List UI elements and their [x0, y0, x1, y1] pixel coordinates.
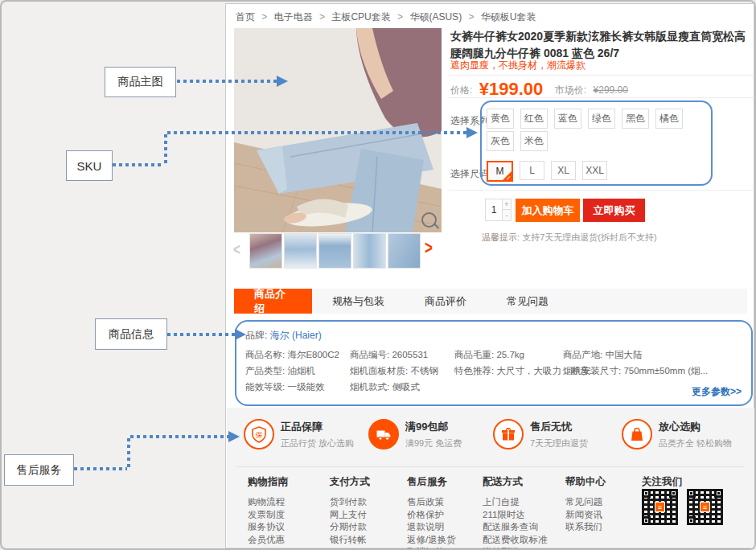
- footer-link[interactable]: 联系我们: [565, 521, 606, 534]
- footer-link[interactable]: 上门自提: [483, 496, 548, 509]
- thumbnail-image[interactable]: [353, 233, 386, 269]
- annotation-arrow-line: [127, 438, 130, 470]
- breadcrumb-item[interactable]: 首页: [236, 11, 255, 23]
- footer-link[interactable]: 配送费收取标准: [483, 534, 548, 547]
- series-option[interactable]: 黑色: [622, 109, 649, 129]
- annotation-label-after-sales: 售后服务: [4, 454, 74, 486]
- check-icon: ✓: [506, 174, 512, 182]
- footer-link[interactable]: 退款说明: [407, 521, 456, 534]
- truck-icon: [368, 419, 399, 449]
- breadcrumb-item[interactable]: 电子电器: [274, 11, 313, 23]
- tab-faq[interactable]: 常见问题: [487, 289, 569, 314]
- footer-link[interactable]: 取消订单: [407, 546, 456, 550]
- series-label: 选择系列:: [450, 114, 491, 128]
- next-arrow-icon[interactable]: >: [425, 237, 433, 260]
- annotation-arrow-line: [167, 131, 466, 134]
- svg-text:保: 保: [255, 431, 263, 439]
- series-option[interactable]: 蓝色: [554, 109, 581, 129]
- footer-column-title: 购物指南: [248, 475, 288, 489]
- footer-link[interactable]: 211限时达: [483, 509, 548, 522]
- annotation-label-sku: SKU: [66, 150, 113, 181]
- promo-text: 遮肉显瘦，不挑身材，潮流爆款: [450, 59, 585, 72]
- buy-now-button[interactable]: 立即购买: [583, 199, 645, 222]
- product-info-box: 品牌: 海尔 (Haier) 商品名称: 海尔E800C2 产品类型: 油烟机 …: [235, 320, 753, 406]
- brand-link[interactable]: 海尔 (Haier): [270, 330, 322, 341]
- gift-box-icon: [493, 419, 524, 449]
- series-option[interactable]: 黄色: [487, 109, 514, 129]
- divider: [449, 75, 754, 76]
- footer-column-title: 关注我们: [642, 475, 682, 489]
- info-column: 商品产地: 中国大陆 烟机安装尺寸: 750mm±50mm (烟...: [563, 347, 708, 379]
- brand-row: 品牌: 海尔 (Haier): [245, 329, 322, 343]
- annotation-arrow-line: [113, 163, 164, 166]
- quantity-decrease-button[interactable]: -: [502, 210, 512, 221]
- footer-link[interactable]: 货到付款: [330, 496, 370, 509]
- size-option-selected[interactable]: M ✓: [487, 161, 513, 182]
- annotation-arrowhead-icon: [228, 431, 240, 442]
- service-desc: 满99元 免运费: [405, 437, 462, 449]
- footer-link[interactable]: 海外配送: [483, 546, 548, 550]
- tips-text: 支持7天无理由退货(拆封后不支持): [522, 232, 656, 242]
- price-value: ¥199.00: [479, 79, 544, 99]
- footer-link[interactable]: 分期付款: [330, 521, 370, 534]
- prev-arrow-icon[interactable]: <: [233, 240, 240, 259]
- quantity-increase-button[interactable]: +: [502, 199, 512, 210]
- info-field: 烟机安装尺寸: 750mm±50mm (烟...: [563, 363, 708, 379]
- info-field: 商品名称: 海尔E800C2: [245, 347, 339, 363]
- footer-link[interactable]: 常见问题: [565, 496, 606, 509]
- breadcrumb-separator: >: [468, 11, 474, 23]
- breadcrumb-separator: >: [261, 11, 267, 23]
- thumbnail-image[interactable]: [284, 233, 317, 269]
- series-option[interactable]: 红色: [520, 109, 548, 129]
- more-params-link[interactable]: 更多参数>>: [692, 385, 742, 399]
- footer-link[interactable]: 发票制度: [248, 509, 288, 522]
- size-option[interactable]: XXL: [582, 161, 607, 180]
- annotation-arrow-line: [164, 134, 167, 166]
- brand-label: 品牌:: [245, 330, 267, 341]
- series-option[interactable]: 米色: [520, 131, 548, 151]
- footer-link[interactable]: 价格保护: [407, 509, 456, 522]
- service-desc: 7天无理由退货: [530, 437, 588, 449]
- footer-link[interactable]: 售后政策: [407, 496, 456, 509]
- size-option[interactable]: L: [520, 161, 544, 180]
- footer-column-shopping-guide: 购物指南 购物流程 发票制度 服务协议 会员优惠: [248, 475, 288, 546]
- screenshot-frame: 首页 > 电子电器 > 主板CPU套装 > 华硕(ASUS) > 华硕板U套装: [0, 0, 756, 550]
- footer-link[interactable]: 配送服务查询: [483, 521, 548, 534]
- warm-tips: 温馨提示: 支持7天无理由退货(拆封后不支持): [482, 232, 657, 244]
- magnifier-icon[interactable]: [421, 212, 437, 228]
- breadcrumb-separator: >: [319, 11, 325, 23]
- info-column: 商品编号: 2605531 烟机面板材质: 不锈钢 烟机款式: 侧吸式: [350, 347, 438, 395]
- breadcrumb-item[interactable]: 华硕板U套装: [481, 11, 536, 23]
- detail-tab-bar: 商品介绍 规格与包装 商品评价 常见问题: [234, 289, 747, 314]
- thumbnail-image[interactable]: [318, 233, 351, 269]
- tab-product-intro[interactable]: 商品介绍: [234, 289, 312, 314]
- breadcrumb-item[interactable]: 华硕(ASUS): [409, 11, 462, 23]
- thumbnail-image[interactable]: [388, 233, 421, 269]
- divider: [449, 97, 754, 98]
- service-title: 售后无忧: [530, 420, 588, 434]
- footer-link[interactable]: 服务协议: [248, 521, 288, 534]
- series-option[interactable]: 灰色: [487, 131, 514, 151]
- annotation-arrow-line: [167, 333, 235, 336]
- tab-reviews[interactable]: 商品评价: [405, 289, 487, 314]
- series-options-row: 黄色 红色 蓝色 绿色 黑色 橘色: [487, 109, 683, 129]
- footer-link[interactable]: 返修/退换货: [407, 534, 456, 547]
- product-main-image[interactable]: [234, 28, 442, 232]
- quantity-input[interactable]: [485, 199, 502, 221]
- footer-link[interactable]: 购物流程: [248, 496, 288, 509]
- series-option[interactable]: 橘色: [655, 109, 683, 129]
- shield-badge-icon: 保: [244, 419, 274, 449]
- thumbnail-image[interactable]: [249, 233, 282, 269]
- footer-link[interactable]: 会员优惠: [248, 534, 288, 547]
- add-to-cart-button[interactable]: 加入购物车: [516, 199, 580, 222]
- series-option[interactable]: 绿色: [588, 109, 615, 129]
- breadcrumb-item[interactable]: 主板CPU套装: [331, 11, 390, 23]
- service-item: 保 正品保障 正品行货 放心选购: [244, 419, 354, 449]
- footer-link[interactable]: 新闻资讯: [565, 509, 606, 522]
- footer-link[interactable]: 网上支付: [330, 509, 370, 522]
- product-page-panel: 首页 > 电子电器 > 主板CPU套装 > 华硕(ASUS) > 华硕板U套装: [225, 3, 754, 548]
- product-title: 女裤牛仔裤女2020夏季新款泫雅长裤女韩版显瘦直筒宽松高腰阔腿九分牛仔裤 008…: [450, 28, 754, 62]
- footer-link[interactable]: 银行转帐: [330, 534, 370, 547]
- size-option[interactable]: XL: [551, 161, 576, 180]
- tab-spec-packaging[interactable]: 规格与包装: [312, 289, 405, 314]
